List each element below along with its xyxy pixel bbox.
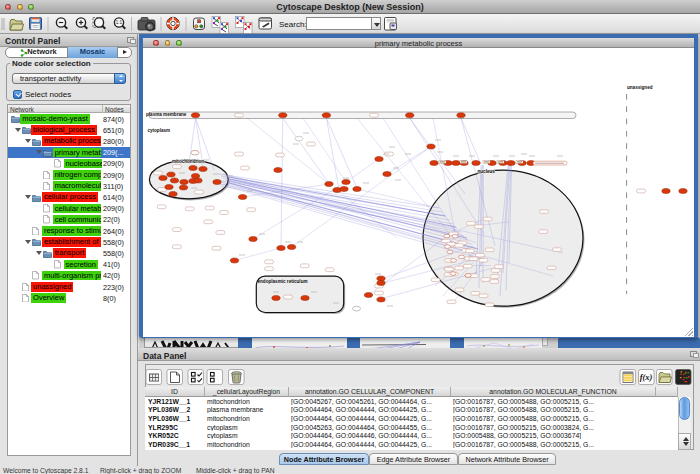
svg-text:f(x): f(x) (640, 372, 653, 382)
svg-text:unassigned: unassigned (627, 85, 653, 90)
svg-text:cytoplasm: cytoplasm (147, 128, 170, 133)
svg-text:plasma membrane: plasma membrane (146, 112, 187, 117)
svg-text:nucleus: nucleus (478, 169, 496, 174)
svg-text:endoplasmic reticulum: endoplasmic reticulum (258, 279, 308, 284)
svg-text:mitochondrion: mitochondrion (172, 159, 204, 164)
